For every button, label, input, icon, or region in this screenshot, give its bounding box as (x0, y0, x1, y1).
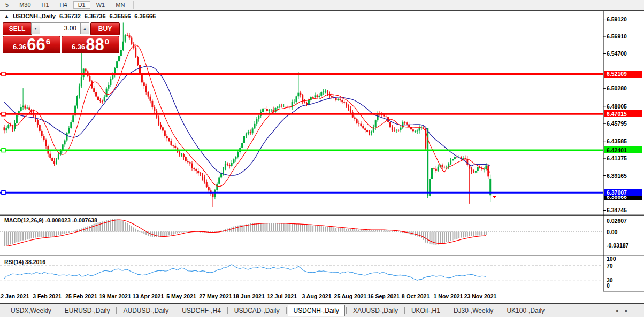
macd-scale-label: 0.02607 (607, 218, 627, 224)
quote-close: 6.36666 (134, 13, 156, 19)
price-axis[interactable]: 6.591206.569106.547006.502806.480056.457… (603, 11, 644, 301)
price-tag-6.52109: 6.52109 (604, 71, 642, 78)
chart-tab-eurusd-daily[interactable]: EURUSD-,Daily (59, 305, 116, 316)
arrow-down-icon: ▼ (34, 27, 37, 30)
volume-decrease-button[interactable]: ▼ (31, 22, 40, 34)
chart-tab-xauusd-daily[interactable]: XAUUSD-,Daily (348, 305, 403, 316)
sell-price-button[interactable]: 6.36 66 6 (3, 36, 60, 53)
collapse-panel-icon[interactable]: ▲ (4, 13, 9, 19)
chart-tab-bar: USDX,WeeklyEURUSD-,DailyAUDUSD-,DailyUSD… (0, 303, 644, 317)
quote-high: 6.36736 (85, 13, 106, 19)
sell-button[interactable]: SELL (3, 22, 32, 35)
volume-increase-button[interactable]: ▲ (80, 22, 89, 34)
price-tick-label: 6.59120 (607, 16, 627, 22)
volume-input[interactable] (40, 22, 80, 34)
buy-price-big: 88 (86, 37, 104, 52)
price-tick-label: 6.34745 (607, 207, 627, 213)
tab-scroll-right-icon[interactable]: ► (624, 308, 629, 313)
sell-price-prefix: 6.36 (13, 43, 26, 51)
macd-scale-label: -0.03187 (607, 242, 628, 249)
tab-separator (58, 307, 58, 314)
tab-separator (404, 307, 405, 314)
date-tick-label: 23 Nov 2021 (460, 293, 501, 299)
tab-separator (500, 307, 500, 314)
quote-low: 6.36556 (110, 13, 131, 19)
rsi-scale-label: 100 (607, 256, 616, 262)
mt4-window: 5M30H1H4D1W1MN ▲ USDCNH-,Daily 6.36732 6… (0, 0, 644, 317)
time-axis[interactable]: 12 Jan 20213 Feb 202125 Feb 202119 Mar 2… (0, 291, 603, 301)
chart-tab-uk100-daily[interactable]: UK100-,Daily (501, 305, 550, 316)
tab-scroll-left-icon[interactable]: ◄ (614, 308, 619, 313)
chart-tab-dj30-weekly[interactable]: DJ30-,Weekly (448, 305, 499, 316)
chart-symbol-label: USDCNH-,Daily (13, 13, 56, 19)
tab-separator (227, 307, 228, 314)
chart-tab-usdx-weekly[interactable]: USDX,Weekly (5, 305, 57, 316)
price-tick-label: 6.54700 (607, 50, 627, 57)
rsi-scale-label: 70 (607, 262, 613, 269)
macd-indicator-label: MACD(12,26,9) -0.008023 -0.007638 (4, 217, 97, 223)
arrow-up-icon: ▲ (83, 27, 87, 30)
chart-title: ▲ USDCNH-,Daily 6.36732 6.36736 6.36556 … (4, 13, 156, 19)
rsi-indicator-label: RSI(14) 38.2016 (4, 259, 45, 265)
price-tag-6.47015: 6.47015 (604, 110, 642, 117)
chart-tab-audusd-daily[interactable]: AUDUSD-,Daily (118, 305, 174, 316)
buy-price-sup: 0 (105, 37, 109, 46)
chart-tab-usdchf-h4[interactable]: USDCHF-,H4 (177, 305, 226, 316)
one-click-trade-panel: SELL ▼ ▲ BUY 6.36 66 6 6.36 88 0 (3, 22, 121, 55)
ask-price-marker (493, 196, 496, 198)
price-tick-label: 6.50280 (607, 85, 627, 91)
sell-price-big: 66 (27, 37, 45, 52)
buy-price-button[interactable]: 6.36 88 0 (62, 36, 119, 53)
price-tick-label: 6.43585 (607, 138, 627, 144)
tab-separator (116, 307, 117, 314)
tab-separator (447, 307, 447, 314)
chart-tab-usdcad-daily[interactable]: USDCAD-,Daily (229, 305, 285, 316)
chart-tab-usdcnh-daily[interactable]: USDCNH-,Daily (288, 305, 345, 316)
macd-scale-label: 0.00 (607, 229, 617, 235)
price-tick-label: 6.41375 (607, 155, 627, 161)
price-tag-6.37007: 6.37007 (604, 189, 642, 196)
sell-price-sup: 6 (46, 37, 50, 46)
rsi-scale-label: 0 (607, 282, 610, 289)
price-tick-label: 6.39165 (607, 173, 627, 179)
price-tag-6.42401: 6.42401 (604, 146, 642, 153)
tab-separator (346, 307, 347, 314)
quote-open: 6.36732 (59, 13, 81, 19)
chart-tab-ukoil-h1[interactable]: UKOil-,H1 (406, 305, 446, 316)
tab-separator (286, 307, 287, 314)
buy-price-prefix: 6.36 (72, 43, 85, 51)
price-tick-label: 6.45795 (607, 120, 627, 127)
price-tick-label: 6.48005 (607, 103, 627, 110)
buy-button[interactable]: BUY (90, 22, 120, 35)
tab-separator (175, 307, 175, 314)
price-tick-label: 6.56910 (607, 33, 627, 40)
